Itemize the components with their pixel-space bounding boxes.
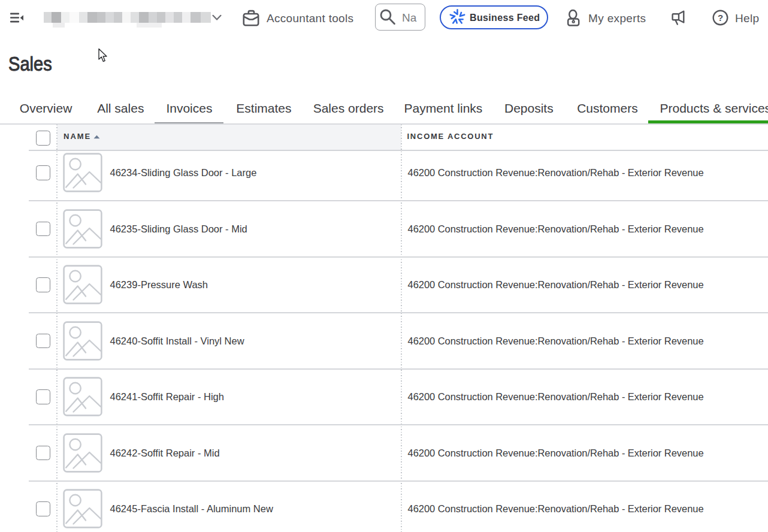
svg-text:?: ? (718, 13, 723, 23)
